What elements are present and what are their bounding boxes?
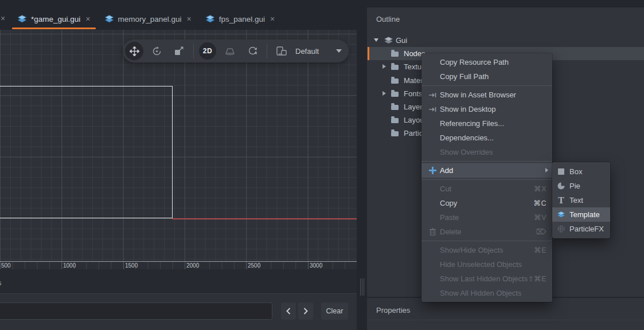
tab-label: memory_panel.gui [118, 15, 182, 23]
menu-item-add[interactable]: Add [421, 163, 552, 178]
folder-icon [391, 65, 399, 70]
close-icon[interactable]: × [85, 14, 90, 23]
ruler-label: 1000 [63, 262, 76, 269]
submenu-item-template[interactable]: Template [552, 207, 610, 222]
tab-label: fps_panel.gui [219, 15, 265, 23]
menu-item-delete: Delete ⌦ [421, 225, 552, 239]
menu-item-label: Paste [440, 213, 459, 222]
menu-item-copy-resource-path[interactable]: Copy Resource Path [421, 55, 552, 69]
ruler-tick [185, 262, 185, 270]
search-input[interactable] [0, 302, 272, 320]
menu-item-label: Show in Desktop [440, 105, 496, 113]
display-profile-value: Default [295, 47, 319, 56]
outline-item-label: Fonts [404, 89, 423, 98]
expand-arrow-icon[interactable] [383, 91, 386, 96]
particlefx-node-icon [557, 225, 565, 233]
perspective-camera-button[interactable] [221, 42, 239, 60]
search-results-panel: Clear [0, 293, 357, 330]
2d-mode-toggle[interactable]: 2D [199, 42, 216, 60]
menu-item-show-last-hidden-objects: Show Last Hidden Objects ⇧⌘E [421, 272, 552, 286]
previous-result-button[interactable] [281, 302, 296, 320]
menu-item-show-all-hidden-objects: Show All Hidden Objects [421, 286, 552, 300]
menu-item-shortcut: ⇧⌘E [528, 274, 547, 283]
next-result-button[interactable] [298, 302, 313, 320]
menu-item-shortcut: ⌘C [533, 199, 547, 207]
collapse-arrow-icon[interactable] [374, 38, 378, 42]
tab-game-gui[interactable]: *game_gui.gui × [10, 8, 97, 30]
menu-item-label: Hide Unselected Objects [440, 260, 522, 269]
menu-item-label: Dependencies... [440, 133, 494, 142]
submenu-item-text[interactable]: T Text [552, 193, 610, 207]
display-profile-button[interactable] [272, 42, 291, 60]
tab-label: *game_gui.gui [31, 15, 80, 23]
scale-tool-button[interactable] [170, 42, 188, 60]
tab-fps-panel[interactable]: fps_panel.gui × [198, 8, 282, 30]
add-icon [428, 167, 437, 174]
chevron-left-icon [286, 308, 291, 315]
device-icon [276, 46, 287, 56]
menu-item-copy[interactable]: Copy ⌘C [421, 196, 552, 210]
menu-item-show-overrides: Show Overrides [421, 145, 552, 159]
folder-icon [391, 92, 399, 97]
x-axis-line [172, 218, 357, 219]
folder-icon [391, 131, 399, 136]
tab-memory-panel[interactable]: memory_panel.gui × [97, 8, 198, 30]
menu-item-label: Copy [440, 199, 457, 207]
menu-item-show-in-asset-browser[interactable]: Show in Asset Browser [421, 88, 552, 102]
ruler-label: 3000 [310, 262, 322, 269]
clear-button[interactable]: Clear [321, 302, 348, 320]
ruler-label: 1500 [125, 262, 138, 269]
outline-item-label: Gui [396, 36, 407, 45]
menu-item-show-hide-objects: Show/Hide Objects ⌘E [421, 243, 552, 257]
scene-viewport[interactable] [0, 30, 357, 261]
rotate-icon [152, 46, 162, 56]
template-node-icon [557, 211, 565, 218]
gui-scene-icon [104, 15, 114, 23]
submenu-item-label: Pie [569, 182, 580, 190]
close-icon[interactable]: × [187, 14, 192, 23]
scale-icon [174, 46, 184, 56]
ruler-tick [308, 262, 309, 270]
close-icon[interactable]: × [1, 14, 5, 23]
ruler-tick [0, 262, 1, 270]
properties-panel-title: Properties [376, 306, 410, 315]
menu-separator [421, 179, 552, 180]
trash-icon [428, 228, 437, 235]
menu-item-shortcut: ⌘X [534, 184, 547, 193]
rotate-tool-button[interactable] [147, 42, 166, 60]
menu-item-label: Delete [440, 227, 462, 236]
jump-to-icon [428, 107, 437, 112]
panel-resize-grip-vertical[interactable] [360, 278, 364, 296]
menu-item-show-in-desktop[interactable]: Show in Desktop [421, 102, 552, 116]
menu-item-dependencies[interactable]: Dependencies... [421, 131, 552, 145]
menu-item-label: Copy Full Path [440, 72, 489, 81]
submenu-item-pie[interactable]: Pie [552, 179, 610, 193]
menu-item-hide-unselected-objects: Hide Unselected Objects [421, 257, 552, 272]
toolbar-divider [267, 44, 267, 58]
chevron-right-icon [303, 308, 308, 315]
ruler-label: 500 [1, 262, 11, 269]
active-tab-indicator [12, 28, 96, 29]
chevron-down-icon[interactable] [336, 49, 342, 53]
menu-item-label: Referencing Files... [440, 119, 504, 128]
menu-item-copy-full-path[interactable]: Copy Full Path [421, 69, 552, 84]
close-icon[interactable]: × [270, 14, 275, 23]
viewport-toolbar: 2D Default [123, 40, 349, 62]
submenu-item-box[interactable]: Box [552, 164, 610, 179]
folder-icon [391, 52, 399, 57]
menu-item-label: Add [440, 166, 453, 175]
menu-item-paste: Paste ⌘V [421, 210, 552, 225]
submenu-arrow-icon [545, 168, 548, 172]
outline-item-gui[interactable]: Gui [367, 34, 644, 47]
submenu-item-particlefx[interactable]: ParticleFX [552, 222, 610, 236]
add-submenu: Box Pie T Text Template ParticleFX [552, 162, 610, 238]
reset-camera-button[interactable] [243, 42, 261, 60]
menu-item-label: Show Overrides [440, 148, 493, 156]
menu-item-label: Show/Hide Objects [440, 246, 504, 254]
folder-icon [391, 105, 399, 110]
move-tool-button[interactable] [125, 42, 143, 60]
menu-item-referencing-files[interactable]: Referencing Files... [421, 116, 552, 131]
menu-item-label: Show in Asset Browser [440, 91, 516, 99]
expand-arrow-icon[interactable] [383, 64, 386, 69]
menu-item-shortcut: ⌘V [534, 213, 547, 222]
